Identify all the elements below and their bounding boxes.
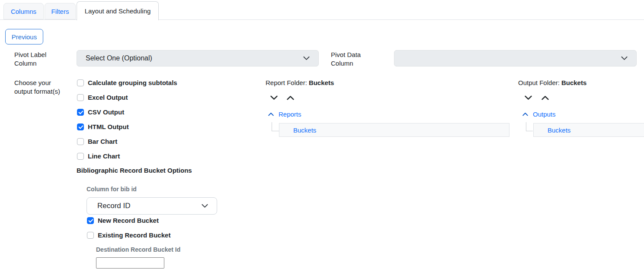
- tab-layout-and-scheduling[interactable]: Layout and Scheduling: [77, 1, 159, 20]
- column-for-bib-id-label: Column for bib id: [87, 186, 137, 193]
- output-folder-header: Output Folder:Buckets: [518, 79, 586, 86]
- checkbox[interactable]: [77, 94, 84, 101]
- checkbox-label[interactable]: Bar Chart: [88, 138, 117, 145]
- pivot-label-column-select[interactable]: Select One (Optional): [77, 50, 319, 66]
- checkbox[interactable]: [77, 79, 84, 86]
- tree-node-outputs[interactable]: Outputs: [533, 111, 556, 118]
- tree-connector: [272, 122, 279, 131]
- chevron-up-icon[interactable]: [268, 112, 274, 116]
- destination-record-bucket-id-label: Destination Record Bucket Id: [96, 246, 180, 253]
- tab-columns[interactable]: Columns: [3, 3, 44, 19]
- checkbox-row-html-output[interactable]: HTML Output: [77, 123, 129, 130]
- tree-node-reports[interactable]: Reports: [279, 111, 301, 118]
- tree-node-buckets[interactable]: Buckets: [548, 127, 570, 134]
- checkbox-label[interactable]: Excel Output: [88, 94, 128, 101]
- chevron-down-icon: [621, 56, 628, 60]
- checkbox[interactable]: [87, 217, 94, 224]
- report-folder-header: Report Folder:Buckets: [266, 79, 334, 86]
- column-for-bib-id-select[interactable]: Record ID: [87, 197, 217, 215]
- report-folder-label: Report Folder:: [266, 79, 307, 86]
- chevron-down-icon: [303, 56, 310, 60]
- output-formats-label: Choose your output format(s): [14, 79, 70, 96]
- pivot-data-column-select[interactable]: [394, 50, 637, 66]
- column-for-bib-id-value: Record ID: [97, 202, 131, 210]
- checkbox-row-csv-output[interactable]: CSV Output: [77, 108, 124, 116]
- tab-filters[interactable]: Filters: [45, 3, 76, 19]
- output-folder-value: Buckets: [561, 79, 586, 86]
- output-folder-selected-row[interactable]: Buckets: [533, 123, 644, 137]
- checkbox[interactable]: [77, 109, 84, 116]
- tab-layout-and-scheduling-label: Layout and Scheduling: [85, 7, 151, 15]
- checkbox-label[interactable]: CSV Output: [88, 108, 124, 116]
- tree-node-buckets[interactable]: Buckets: [293, 127, 316, 134]
- tab-bar: Columns Filters Layout and Scheduling: [0, 0, 644, 20]
- checkbox-row-new-record-bucket[interactable]: New Record Bucket: [87, 217, 159, 224]
- checkbox-row-line-chart[interactable]: Line Chart: [77, 152, 120, 160]
- tab-columns-label: Columns: [11, 8, 36, 15]
- collapse-all-icon[interactable]: [286, 95, 295, 101]
- checkbox-label[interactable]: Existing Record Bucket: [98, 231, 170, 239]
- bib-record-bucket-options-heading: Bibliographic Record Bucket Options: [77, 167, 192, 174]
- checkbox-row-calculate-grouping-subtotals[interactable]: Calculate grouping subtotals: [77, 79, 177, 86]
- expand-all-icon[interactable]: [524, 95, 533, 101]
- checkbox[interactable]: [77, 138, 84, 145]
- layout-and-scheduling-page: Columns Filters Layout and Scheduling Pr…: [0, 0, 644, 272]
- destination-record-bucket-id-input[interactable]: [96, 257, 164, 269]
- report-folder-selected-row[interactable]: Buckets: [279, 123, 509, 137]
- output-folder-label: Output Folder:: [518, 79, 560, 86]
- tab-filters-label: Filters: [51, 8, 69, 15]
- expand-all-icon[interactable]: [269, 95, 279, 101]
- checkbox[interactable]: [87, 232, 94, 239]
- collapse-all-icon[interactable]: [541, 95, 550, 101]
- checkbox-label[interactable]: Line Chart: [88, 152, 120, 160]
- checkbox[interactable]: [77, 153, 84, 160]
- checkbox[interactable]: [77, 123, 84, 130]
- checkbox-row-bar-chart[interactable]: Bar Chart: [77, 138, 117, 145]
- chevron-up-icon[interactable]: [522, 112, 528, 116]
- checkbox-label[interactable]: New Record Bucket: [98, 217, 159, 224]
- checkbox-label[interactable]: Calculate grouping subtotals: [88, 79, 177, 86]
- pivot-label-column-value: Select One (Optional): [86, 54, 152, 62]
- checkbox-row-existing-record-bucket[interactable]: Existing Record Bucket: [87, 231, 170, 239]
- report-folder-value: Buckets: [309, 79, 334, 86]
- checkbox-label[interactable]: HTML Output: [88, 123, 129, 130]
- previous-button[interactable]: Previous: [5, 29, 43, 44]
- tree-connector: [526, 122, 533, 131]
- pivot-data-column-label: Pivot Data Column: [331, 51, 365, 68]
- pivot-label-column-label: Pivot Label Column: [14, 51, 56, 68]
- chevron-down-icon: [202, 204, 208, 208]
- checkbox-row-excel-output[interactable]: Excel Output: [77, 94, 128, 101]
